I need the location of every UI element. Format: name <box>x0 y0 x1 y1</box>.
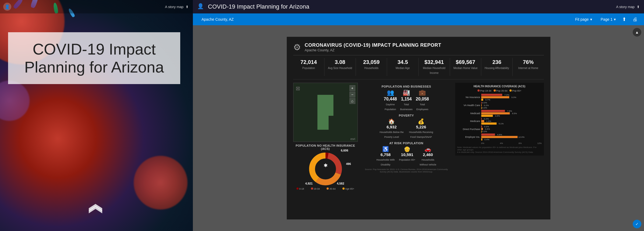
print-button[interactable]: 🖨 <box>631 16 640 23</box>
fit-page-text: Fit page <box>575 17 589 21</box>
location-selector[interactable]: Apache County, AZ <box>197 13 238 25</box>
stat-label-median-income: Median Household Income <box>423 67 445 74</box>
stat-population: 72,014 Population <box>293 58 325 76</box>
stat-median-age: 34.5 Median Age <box>387 58 419 76</box>
broken-image-icon: ⊠ <box>296 85 300 92</box>
bar-group-employer: 4.6% 12.0% <box>481 133 542 140</box>
stats-row: 72,014 Population 3.08 Avg Size Househol… <box>293 58 544 80</box>
elderly-label: Population 65+ <box>399 158 415 161</box>
left-top-bar: 👤 A story map ⬆ <box>0 0 193 13</box>
bar-row-medicare: Medicare 0.2% 1.0% <box>457 118 542 125</box>
scroll-down-button[interactable]: ✓ <box>633 220 641 228</box>
report-card: ⚙ CORONAVIRUS (COVID-19) IMPACT PLANNING… <box>287 37 550 219</box>
below-poverty-value: 6,932 <box>380 125 404 129</box>
bar-label-va-health: VA Health Care <box>457 104 480 107</box>
employees-value: 20,058 <box>416 97 429 102</box>
food-stamps-value: 5,226 <box>409 125 433 129</box>
stat-home-value: $69,567 Median Home Value <box>450 58 482 76</box>
chart-legend: Pop 19-34 Pop 35-64 Pop 65+ <box>457 89 542 92</box>
disability-icon: ♿ <box>376 146 395 152</box>
businesses-label: TotalBusinesses <box>400 103 412 111</box>
esri-logo: esri <box>351 137 355 140</box>
upload-button[interactable]: ⬆ <box>620 15 628 23</box>
no-insurance-section: POPULATION NO HEALTH INSURANCE (ACS) <box>293 144 358 190</box>
user-avatar-left: 👤 <box>3 3 11 11</box>
stat-avg-household: 3.08 Avg Size Household <box>324 58 356 76</box>
left-column: ⊠ + − ⌂ esri POPULATION NO HEALTH <box>293 83 358 190</box>
stat-label-median-age: Median Age <box>396 67 410 70</box>
employees-icon: 💼 <box>416 89 429 96</box>
bar-row-employer: Employer Ins. 4.6% <box>457 133 542 140</box>
story-map-text-left: A story map <box>165 5 183 9</box>
report-area: ▲ ✓ ⚙ CORONAVIRUS (COVID-19) IMPACT PLAN… <box>193 25 644 231</box>
food-stamps-icon: 💰 <box>409 118 433 125</box>
chevron-down-icon: ▾ <box>590 17 592 21</box>
pop-stat-businesses: 🏭 1,154 TotalBusinesses <box>400 89 412 111</box>
risk-stat-disability: ♿ 6,758 Households WithDisability <box>376 146 395 167</box>
businesses-value: 1,154 <box>400 97 412 102</box>
home-button[interactable]: ⌂ <box>349 98 355 104</box>
map-section: ⊠ + − ⌂ esri <box>293 83 358 142</box>
at-risk-row: ♿ 6,758 Households WithDisability 👴 10,5… <box>362 146 451 167</box>
stat-label-population: Population <box>302 67 315 70</box>
disability-value: 6,758 <box>376 152 395 157</box>
daytime-pop-value: 70,448 <box>384 97 397 102</box>
toolbar: Apache County, AZ Fit page ▾ Page 1 ▾ ⬆ … <box>193 13 644 25</box>
daytime-pop-label: DaytimePopulation <box>385 103 396 111</box>
stat-value-home-value: $69,567 <box>452 59 479 65</box>
no-vehicle-label: HouseholdsWithout Vehicle <box>420 158 436 166</box>
map-placeholder: ⊠ + − ⌂ esri <box>293 83 358 142</box>
insurance-chart: HEALTH INSURANCE COVERAGE (ACS) Pop 19-3… <box>455 83 544 156</box>
pop-business-label: POPULATION AND BUSINESSES <box>362 85 451 88</box>
stat-value-median-age: 34.5 <box>389 59 416 65</box>
zoom-in-button[interactable]: + <box>349 85 355 91</box>
app-icon: 👤 <box>197 3 205 10</box>
stat-value-population: 72,014 <box>295 59 322 65</box>
bar-row-medicaid: Medicaid 7.9% 9.5% <box>457 110 542 117</box>
middle-column: POPULATION AND BUSINESSES 👥 70,448 Dayti… <box>362 83 451 190</box>
map-controls: + − ⌂ <box>349 85 355 104</box>
zoom-out-button[interactable]: − <box>349 92 355 98</box>
title-text: COVID-19 Impact Planning for Arizona <box>24 40 164 76</box>
az-county-shape <box>317 95 334 130</box>
title-box: COVID-19 Impact Planning for Arizona <box>8 32 180 84</box>
insurance-chart-title: HEALTH INSURANCE COVERAGE (ACS) <box>457 85 542 88</box>
elderly-icon: 👴 <box>399 146 415 152</box>
stat-label-housing-afford: Housing Affordability <box>485 67 509 70</box>
source-text: Source: Pop forecasts for 2019: U.S. Cen… <box>362 168 451 173</box>
at-risk-label: AT RISK POPULATION <box>362 142 451 145</box>
pop-stat-employees: 💼 20,058 TotalEmployees <box>416 89 429 111</box>
bar-group-va-health: 0.0% 0.2% 0.0% <box>481 102 542 109</box>
page-selector[interactable]: Page 1 ▾ <box>596 13 620 25</box>
stat-value-housing-afford: 236 <box>483 59 510 65</box>
stat-label-households: Households <box>364 67 378 70</box>
right-column: HEALTH INSURANCE COVERAGE (ACS) Pop 19-3… <box>455 83 544 190</box>
left-panel: 👤 A story map ⬆ COVID-19 Impact Planning… <box>0 0 193 231</box>
covid-icon: ⚙ <box>293 42 301 52</box>
share-icon-left[interactable]: ⬆ <box>186 5 189 9</box>
bar-row-va-health: VA Health Care 0.0% 0.2% <box>457 102 542 109</box>
elderly-value: 10,591 <box>399 152 415 157</box>
stat-value-households: 23,059 <box>358 59 385 65</box>
bar-group-medicaid: 7.9% 9.5% <box>481 110 542 117</box>
no-vehicle-icon: 🚗 <box>420 146 436 152</box>
risk-stat-no-vehicle: 🚗 2,460 HouseholdsWithout Vehicle <box>420 146 436 167</box>
donut-chart: ✱ <box>308 151 343 186</box>
virus-decoration-2 <box>134 156 187 210</box>
scroll-down-chevron[interactable]: ❮ ❮ <box>91 200 102 223</box>
pov-stat-food-stamps: 💰 5,226 Households ReceivingFood Stamps/… <box>409 118 433 139</box>
location-text: Apache County, AZ <box>201 17 234 21</box>
scroll-up-button[interactable]: ▲ <box>633 28 641 37</box>
bar-chart: No Insurance 7.0% 9 <box>457 94 542 140</box>
share-icon-right[interactable]: ⬆ <box>637 5 640 9</box>
story-map-label-left: A story map ⬆ <box>165 5 189 9</box>
right-top-bar: 👤 COVID-19 Impact Planning for Arizona A… <box>193 0 644 13</box>
page-chevron-icon: ▾ <box>614 17 616 21</box>
no-vehicle-value: 2,460 <box>420 152 436 157</box>
bar-label-medicare: Medicare <box>457 120 480 122</box>
stat-housing-afford: 236 Housing Affordability <box>481 58 513 76</box>
businesses-icon: 🏭 <box>400 89 412 96</box>
pov-stat-below-poverty: 🏠 6,932 Households Below thePoverty Leve… <box>380 118 404 139</box>
report-title: CORONAVIRUS (COVID-19) IMPACT PLANNING R… <box>305 42 441 48</box>
fit-page-button[interactable]: Fit page ▾ <box>571 13 596 25</box>
